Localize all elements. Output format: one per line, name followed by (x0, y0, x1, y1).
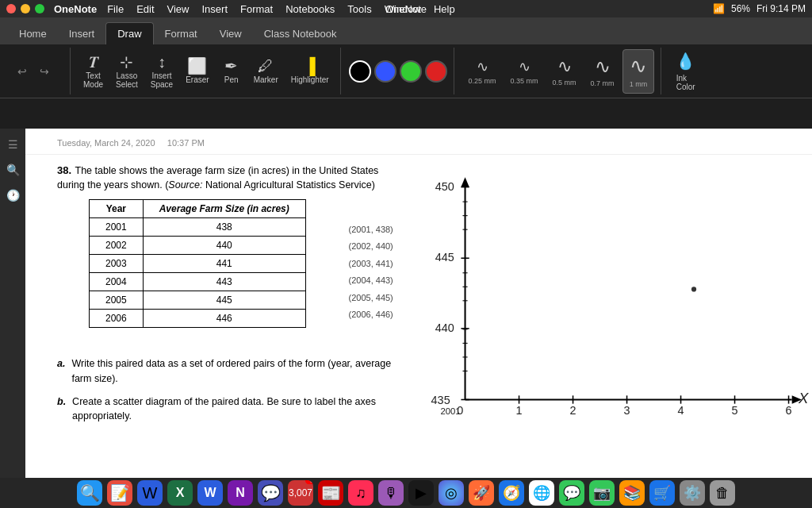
sub-a-label: a. (57, 356, 65, 387)
insert-space-icon: ↕ (158, 54, 166, 70)
eraser-icon: ⬜ (187, 58, 207, 74)
ribbon-group-ink-color: 💧 InkColor (663, 48, 708, 94)
pen-size-07[interactable]: ∿ 0.7 mm (584, 49, 621, 94)
menu-notebooks[interactable]: Notebooks (280, 2, 340, 17)
svg-text:440: 440 (435, 321, 454, 334)
dock-podcast[interactable]: 🎙 (378, 480, 404, 506)
dock-excel[interactable]: X (167, 480, 193, 506)
eraser-label: Eraser (186, 75, 209, 84)
menu-view[interactable]: View (162, 2, 195, 17)
redo-button[interactable]: ↪ (35, 64, 54, 79)
pen-size-label-07: 0.7 mm (591, 79, 615, 87)
undo-button[interactable]: ↩ (13, 64, 32, 79)
svg-text:5: 5 (732, 404, 738, 417)
dock-onenote[interactable]: N (228, 480, 253, 506)
sub-problems: a. Write this paired data as a set of or… (57, 356, 398, 424)
dock-notifications[interactable]: 3,007 ! (288, 480, 313, 506)
annotation-2002: (2002, 440) (349, 238, 393, 255)
lasso-select-button[interactable]: ⊹ LassoSelect (111, 49, 143, 94)
dock-siri[interactable]: ◎ (439, 480, 464, 506)
pen-size-label-035: 0.35 mm (511, 77, 538, 85)
ribbon-toolbar: ↩ ↪ 𝑻 TextMode ⊹ LassoSelect ↕ InsertSpa… (0, 44, 812, 98)
ribbon-tabs: Home Insert Draw Format View Class Noteb… (0, 17, 812, 44)
dock-launchpad[interactable]: 🚀 (469, 480, 494, 506)
dock-finder[interactable]: 🔍 (77, 480, 102, 506)
col-header-year: Year (90, 200, 144, 218)
svg-text:6: 6 (786, 404, 792, 417)
pen-size-1[interactable]: ∿ 1 mm (622, 49, 655, 94)
sidebar-pages-icon[interactable]: ☰ (3, 135, 22, 154)
menu-edit[interactable]: Edit (131, 2, 159, 17)
clock: Fri 9:14 PM (756, 3, 806, 14)
dock-facetime[interactable]: 📷 (589, 480, 615, 506)
menu-help[interactable]: Help (428, 2, 461, 17)
app-name: OneNote (54, 3, 97, 15)
dock-appletv[interactable]: ▶ (408, 480, 434, 506)
pen-size-025[interactable]: ∿ 0.25 mm (462, 49, 503, 94)
eraser-button[interactable]: ⬜ Eraser (181, 49, 213, 94)
sub-problem-a: a. Write this paired data as a set of or… (57, 356, 398, 387)
highlighter-button[interactable]: ▐ Highlighter (286, 49, 334, 94)
marker-button[interactable]: 🖊 Marker (249, 49, 283, 94)
size-2002: 440 (143, 237, 305, 255)
pen-size-05[interactable]: ∿ 0.5 mm (546, 49, 583, 94)
tab-class-notebook[interactable]: Class Notebook (253, 23, 348, 44)
table-row: 2006 446 (90, 310, 306, 328)
tab-view[interactable]: View (209, 23, 253, 44)
text-mode-button[interactable]: 𝑻 TextMode (79, 49, 108, 94)
svg-text:1: 1 (516, 404, 523, 417)
dock-word2[interactable]: W (197, 480, 223, 506)
text-mode-icon: 𝑻 (89, 54, 98, 70)
notification-badge: ! (305, 480, 313, 484)
marker-icon: 🖊 (258, 58, 274, 74)
dock-pad[interactable]: 📝 (107, 480, 132, 506)
dock-appstore[interactable]: 🛒 (649, 480, 675, 506)
dock-news[interactable]: 📰 (318, 480, 343, 506)
lasso-icon: ⊹ (120, 54, 133, 70)
year-2004: 2004 (90, 273, 144, 291)
pen-button[interactable]: ✒ Pen (217, 49, 246, 94)
sidebar-history-icon[interactable]: 🕐 (3, 186, 22, 205)
dock-messages[interactable]: 💬 (559, 480, 584, 506)
tab-insert[interactable]: Insert (58, 23, 106, 44)
dock-trash[interactable]: 🗑 (710, 480, 735, 506)
ink-color-button[interactable]: 💧 InkColor (669, 49, 702, 94)
annotation-2006: (2006, 446) (349, 306, 393, 323)
dock-chrome[interactable]: 🌐 (529, 480, 554, 506)
tab-draw[interactable]: Draw (105, 22, 153, 44)
dock-word[interactable]: W (137, 480, 163, 506)
menu-file[interactable]: File (102, 2, 129, 17)
maximize-button[interactable] (35, 4, 44, 13)
menu-insert[interactable]: Insert (196, 2, 233, 17)
menu-tools[interactable]: Tools (342, 2, 377, 17)
insert-space-button[interactable]: ↕ InsertSpace (146, 49, 178, 94)
color-red[interactable] (425, 60, 447, 83)
wave-icon-025: ∿ (477, 58, 488, 75)
color-blue[interactable] (374, 60, 396, 83)
color-green[interactable] (400, 60, 422, 83)
text-mode-label: TextMode (83, 71, 103, 89)
tab-home[interactable]: Home (8, 23, 58, 44)
dock-teams[interactable]: 💬 (258, 480, 283, 506)
dock-safari[interactable]: 🧭 (499, 480, 524, 506)
tab-format[interactable]: Format (154, 23, 209, 44)
year-2001: 2001 (90, 218, 144, 237)
svg-text:2: 2 (570, 404, 576, 417)
dock-books[interactable]: 📚 (619, 480, 645, 506)
pen-size-035[interactable]: ∿ 0.35 mm (504, 49, 545, 94)
problem-number: 38. (57, 164, 71, 176)
minimize-button[interactable] (21, 4, 30, 13)
dock-prefs[interactable]: ⚙️ (680, 480, 705, 506)
close-button[interactable] (6, 4, 16, 13)
dock-music[interactable]: ♫ (348, 480, 373, 506)
color-black[interactable] (349, 60, 371, 83)
table-row: 2001 438 (90, 218, 306, 237)
menu-format[interactable]: Format (235, 2, 278, 17)
content-area: 38. The table shows the average farm siz… (25, 163, 812, 444)
wifi-icon: 📶 (713, 3, 725, 14)
table-row: 2005 445 (90, 291, 306, 310)
svg-text:0: 0 (457, 404, 463, 417)
annotation-2001: (2001, 438) (349, 221, 393, 238)
timestamp-bar: Tuesday, March 24, 2020 10:37 PM (25, 129, 812, 155)
sidebar-search-icon[interactable]: 🔍 (3, 160, 22, 179)
